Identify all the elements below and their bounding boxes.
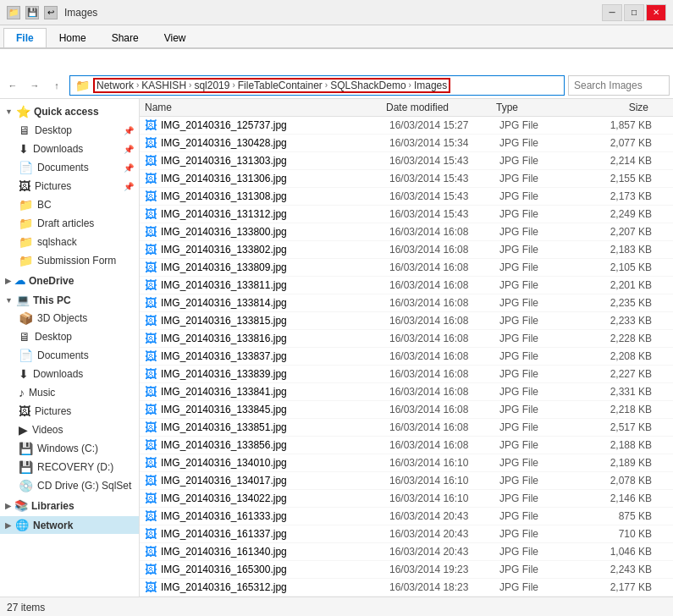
sidebar-item-bc[interactable]: 📁 BC [0,195,139,214]
table-row[interactable]: 🖼 IMG_20140316_161340.jpg 16/03/2014 20:… [140,543,673,561]
file-icon: 🖼 [145,172,157,185]
column-type[interactable]: Type [496,102,581,113]
tab-file[interactable]: File [3,28,47,47]
close-button[interactable]: ✕ [646,4,666,21]
file-icon: 🖼 [145,456,157,470]
table-row[interactable]: 🖼 IMG_20140316_134022.jpg 16/03/2014 16:… [140,490,673,508]
sidebar-item-label: Windows (C:) [37,443,98,454]
file-name: IMG_20140316_165312.jpg [161,581,389,593]
address-path[interactable]: 📁 Network › KASHISH › sql2019 › FileTabl… [69,75,565,96]
table-row[interactable]: 🖼 IMG_20140316_134017.jpg 16/03/2014 16:… [140,472,673,490]
sidebar-item-sqlshack[interactable]: 📁 sqlshack [0,233,139,251]
ribbon-tabs: File Home Share View [0,25,673,47]
back-button[interactable]: ← [3,76,22,95]
sidebar-item-documents-pc[interactable]: 📄 Documents [0,346,139,365]
table-row[interactable]: 🖼 IMG_20140316_161333.jpg 16/03/2014 20:… [140,508,673,525]
file-name: IMG_20140316_131303.jpg [161,155,389,167]
table-row[interactable]: 🖼 IMG_20140316_133851.jpg 16/03/2014 16:… [140,419,673,437]
file-size: 2,105 KB [584,261,652,273]
file-icon: 🖼 [145,545,157,558]
downloads-icon: ⬇ [19,142,29,156]
table-row[interactable]: 🖼 IMG_20140316_133814.jpg 16/03/2014 16:… [140,294,673,312]
table-row[interactable]: 🖼 IMG_20140316_131308.jpg 16/03/2014 15:… [140,188,673,206]
table-row[interactable]: 🖼 IMG_20140316_125737.jpg 16/03/2014 15:… [140,117,673,135]
table-row[interactable]: 🖼 IMG_20140316_134010.jpg 16/03/2014 16:… [140,454,673,472]
file-size: 2,331 KB [584,386,652,398]
sidebar-item-windows-c[interactable]: 💾 Windows (C:) [0,439,139,458]
sidebar-item-label: Music [29,387,55,399]
sidebar-item-label: BC [37,199,52,211]
sidebar-item-pictures[interactable]: 🖼 Pictures 📌 [0,177,139,195]
path-network: Network [97,80,134,91]
tab-share[interactable]: Share [99,28,152,47]
pictures-icon: 🖼 [19,179,30,193]
table-row[interactable]: 🖼 IMG_20140316_133837.jpg 16/03/2014 16:… [140,348,673,366]
sidebar-item-documents[interactable]: 📄 Documents 📌 [0,158,139,177]
table-row[interactable]: 🖼 IMG_20140316_133811.jpg 16/03/2014 16:… [140,277,673,294]
table-row[interactable]: 🖼 IMG_20140316_133800.jpg 16/03/2014 16:… [140,223,673,241]
file-size: 2,218 KB [584,404,652,415]
file-icon: 🖼 [145,243,157,256]
table-row[interactable]: 🖼 IMG_20140316_133809.jpg 16/03/2014 16:… [140,259,673,277]
file-list-header: Name Date modified Type Size [140,99,673,117]
sidebar-item-music[interactable]: ♪ Music [0,383,139,402]
table-row[interactable]: 🖼 IMG_20140316_133802.jpg 16/03/2014 16:… [140,241,673,259]
network-label: Network [33,520,73,531]
sidebar-item-recovery-d[interactable]: 💾 RECOVERY (D:) [0,458,139,476]
maximize-button[interactable]: □ [624,4,644,21]
column-size[interactable]: Size [581,102,648,113]
sidebar-item-pictures-pc[interactable]: 🖼 Pictures [0,402,139,421]
sidebar-item-3dobjects[interactable]: 📦 3D Objects [0,309,139,327]
search-input[interactable] [568,75,670,96]
file-type: JPG File [499,173,584,184]
sidebar-item-cd-drive[interactable]: 💿 CD Drive (G:) SqlSet [0,476,139,495]
sidebar-header-onedrive[interactable]: ▶ ☁ OneDrive [0,272,139,289]
file-date: 16/03/2014 16:08 [389,404,499,415]
pin-icon: 📌 [124,126,134,135]
sidebar-item-videos[interactable]: ▶ Videos [0,421,139,439]
table-row[interactable]: 🖼 IMG_20140316_133845.jpg 16/03/2014 16:… [140,401,673,419]
table-row[interactable]: 🖼 IMG_20140316_133841.jpg 16/03/2014 16:… [140,383,673,401]
sidebar-header-libraries[interactable]: ▶ 📚 Libraries [0,497,139,514]
table-row[interactable]: 🖼 IMG_20140316_131306.jpg 16/03/2014 15:… [140,170,673,188]
sidebar-header-quickaccess[interactable]: ▼ ⭐ Quick access [0,102,139,121]
file-name: IMG_20140316_133839.jpg [161,368,389,380]
tab-view[interactable]: View [152,28,199,47]
file-name: IMG_20140316_133802.jpg [161,244,389,256]
table-row[interactable]: 🖼 IMG_20140316_165300.jpg 16/03/2014 19:… [140,561,673,579]
up-button[interactable]: ↑ [47,76,66,95]
file-name: IMG_20140316_133800.jpg [161,226,389,238]
tab-home[interactable]: Home [47,28,99,47]
table-row[interactable]: 🖼 IMG_20140316_131303.jpg 16/03/2014 15:… [140,152,673,170]
drive-icon: 💾 [19,442,33,455]
table-row[interactable]: 🖼 IMG_20140316_161337.jpg 16/03/2014 20:… [140,525,673,543]
file-size: 2,077 KB [584,137,652,149]
table-row[interactable]: 🖼 IMG_20140316_133815.jpg 16/03/2014 16:… [140,312,673,330]
file-date: 16/03/2014 16:10 [389,475,499,487]
sidebar-item-downloads-pc[interactable]: ⬇ Downloads [0,365,139,383]
sidebar-header-network[interactable]: ▶ 🌐 Network [0,516,139,534]
sidebar-item-desktop[interactable]: 🖥 Desktop 📌 [0,121,139,140]
ribbon: File Home Share View [0,25,673,48]
table-row[interactable]: 🖼 IMG_20140316_133816.jpg 16/03/2014 16:… [140,330,673,348]
sidebar-item-downloads[interactable]: ⬇ Downloads 📌 [0,140,139,158]
table-row[interactable]: 🖼 IMG_20140316_130428.jpg 16/03/2014 15:… [140,135,673,152]
file-size: 2,155 KB [584,173,652,184]
sidebar-header-thispc[interactable]: ▼ 💻 This PC [0,291,139,309]
file-date: 16/03/2014 16:08 [389,350,499,362]
column-date[interactable]: Date modified [386,102,496,113]
table-row[interactable]: 🖼 IMG_20140316_133856.jpg 16/03/2014 16:… [140,437,673,454]
minimize-button[interactable]: ─ [602,4,622,21]
table-row[interactable]: 🖼 IMG_20140316_131312.jpg 16/03/2014 15:… [140,206,673,223]
sidebar-item-desktop-pc[interactable]: 🖥 Desktop [0,327,139,346]
documents-icon: 📄 [19,161,33,174]
forward-button[interactable]: → [25,76,44,95]
sidebar-item-draft-articles[interactable]: 📁 Draft articles [0,214,139,233]
sidebar-item-submission-form[interactable]: 📁 Submission Form [0,251,139,270]
file-date: 16/03/2014 16:08 [389,315,499,327]
column-name[interactable]: Name [145,102,386,113]
file-name: IMG_20140316_133845.jpg [161,404,389,415]
table-row[interactable]: 🖼 IMG_20140316_165312.jpg 16/03/2014 18:… [140,579,673,597]
table-row[interactable]: 🖼 IMG_20140316_133839.jpg 16/03/2014 16:… [140,366,673,383]
file-size: 2,233 KB [584,315,652,327]
